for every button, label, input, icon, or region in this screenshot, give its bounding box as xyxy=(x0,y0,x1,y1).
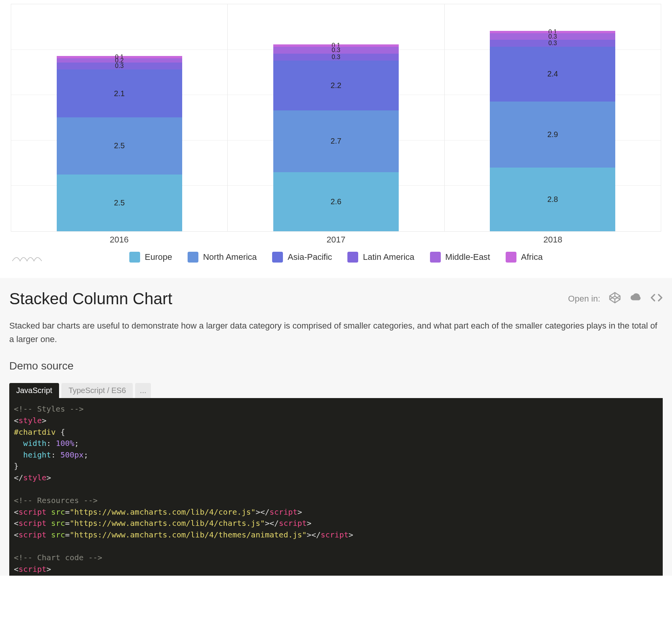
bar-segment[interactable]: 2.6 xyxy=(273,172,399,231)
legend-item[interactable]: Latin America xyxy=(347,252,414,263)
legend-label: North America xyxy=(203,252,257,262)
docs-section: Stacked Column Chart Open in: Stacked ba… xyxy=(0,278,672,576)
bar-segment[interactable]: 0.2 xyxy=(57,58,182,63)
legend-item[interactable]: North America xyxy=(188,252,257,263)
bar-segment[interactable]: 2.4 xyxy=(490,47,615,102)
legend-swatch xyxy=(129,252,140,263)
legend-item[interactable]: Europe xyxy=(129,252,172,263)
bar-segment[interactable]: 0.3 xyxy=(57,63,182,69)
amcharts-logo-icon[interactable] xyxy=(12,254,42,264)
demo-source-heading: Demo source xyxy=(9,360,663,372)
x-tick-label: 2016 xyxy=(11,235,228,245)
x-tick-label: 2018 xyxy=(444,235,661,245)
bar-segment[interactable]: 2.2 xyxy=(273,61,399,111)
open-in-bar: Open in: xyxy=(568,291,663,306)
bar-segment[interactable]: 2.1 xyxy=(57,69,182,117)
legend-swatch xyxy=(430,252,441,263)
chart-plot[interactable]: 2.52.52.10.30.20.12.62.72.20.30.30.12.82… xyxy=(11,4,661,232)
chart-legend: EuropeNorth AmericaAsia-PacificLatin Ame… xyxy=(11,252,661,263)
codepen-icon[interactable] xyxy=(609,291,621,306)
legend-swatch xyxy=(272,252,283,263)
docs-description: Stacked bar charts are useful to demonst… xyxy=(9,319,663,346)
bar-segment[interactable]: 0.3 xyxy=(490,33,615,40)
tab-more[interactable]: ... xyxy=(135,383,151,398)
bar-segment[interactable]: 0.3 xyxy=(490,40,615,47)
code-icon[interactable] xyxy=(650,291,663,306)
bar-segment[interactable]: 2.5 xyxy=(57,175,182,232)
bar-segment[interactable]: 0.3 xyxy=(273,47,399,54)
bar-segment[interactable]: 0.3 xyxy=(273,54,399,61)
legend-swatch xyxy=(188,252,198,263)
chart-area: 2.52.52.10.30.20.12.62.72.20.30.30.12.82… xyxy=(0,0,672,270)
legend-swatch xyxy=(506,252,516,263)
legend-swatch xyxy=(347,252,358,263)
bar-column[interactable]: 2.62.72.20.30.30.1 xyxy=(228,4,444,231)
legend-label: Europe xyxy=(145,252,172,262)
x-tick-label: 2017 xyxy=(228,235,445,245)
legend-label: Africa xyxy=(521,252,543,262)
legend-label: Asia-Pacific xyxy=(288,252,332,262)
page-title: Stacked Column Chart xyxy=(9,290,173,308)
jsfiddle-icon[interactable] xyxy=(630,291,642,306)
code-editor[interactable]: <!-- Styles --> <style> #chartdiv { widt… xyxy=(9,398,663,576)
legend-label: Latin America xyxy=(363,252,414,262)
legend-item[interactable]: Asia-Pacific xyxy=(272,252,332,263)
bar-column[interactable]: 2.52.52.10.30.20.1 xyxy=(11,4,228,231)
code-tabs: JavaScript TypeScript / ES6 ... xyxy=(9,383,663,398)
bar-segment[interactable]: 2.5 xyxy=(57,117,182,175)
legend-label: Middle-East xyxy=(445,252,490,262)
tab-javascript[interactable]: JavaScript xyxy=(9,383,59,398)
bar-column[interactable]: 2.82.92.40.30.30.1 xyxy=(445,4,661,231)
bar-segment[interactable]: 2.7 xyxy=(273,110,399,172)
legend-item[interactable]: Middle-East xyxy=(430,252,490,263)
bar-segment[interactable]: 2.9 xyxy=(490,102,615,168)
tab-typescript[interactable]: TypeScript / ES6 xyxy=(61,383,133,398)
open-in-label: Open in: xyxy=(568,294,600,304)
legend-item[interactable]: Africa xyxy=(506,252,543,263)
bar-segment[interactable]: 2.8 xyxy=(490,168,615,231)
docs-header: Stacked Column Chart Open in: xyxy=(9,290,663,308)
x-axis-labels: 201620172018 xyxy=(11,235,661,245)
